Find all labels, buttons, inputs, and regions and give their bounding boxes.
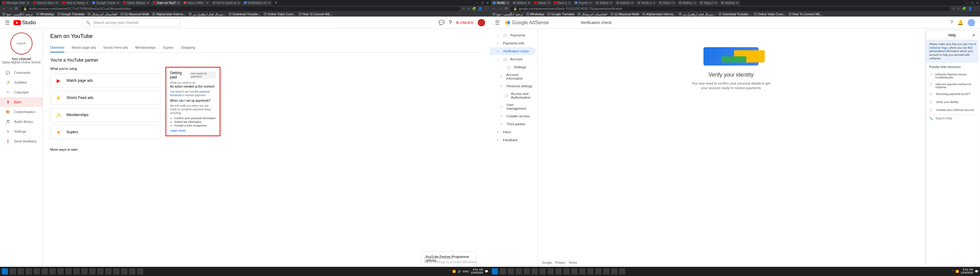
bookmark[interactable]: Download Youtube... <box>719 13 751 16</box>
sidebar-item-user-management[interactable]: ○User management <box>490 101 538 112</box>
using-item[interactable]: ⚡Shorts Feed ads <box>50 91 161 105</box>
app-icon[interactable] <box>571 268 578 274</box>
app-icon[interactable] <box>129 268 135 274</box>
bookmark[interactable]: Google Translate <box>547 13 574 16</box>
account-avatar[interactable] <box>478 19 485 26</box>
tab-shorts-feed-ads[interactable]: Shorts Feed ads <box>103 43 128 53</box>
menu-icon[interactable]: ⋮ <box>974 7 978 11</box>
tray-network-icon[interactable]: 📶 <box>956 270 959 273</box>
tab-close-icon[interactable]: ✕ <box>117 1 119 5</box>
help-article[interactable]: 📄Add your payment method for AdSense <box>926 81 978 91</box>
sidebar-item-verification-check[interactable]: ○Verification check <box>490 47 536 55</box>
reload-button[interactable]: ⟳ <box>15 6 18 11</box>
address-bar[interactable]: 🔒 google.com/adsense/new/u/0/pub-7610310… <box>510 6 950 11</box>
tab-close-icon[interactable]: ✕ <box>672 1 675 5</box>
browser-tab[interactable]: Addres✕ <box>615 1 635 5</box>
app-icon[interactable] <box>49 268 56 274</box>
tab-close-icon[interactable]: ✕ <box>237 1 240 5</box>
help-tip-close-icon[interactable]: ✕ <box>974 42 976 46</box>
browser-tab[interactable]: Get in touch w✕ <box>211 1 242 5</box>
sidebar-item-account[interactable]: -▢Account <box>490 55 538 63</box>
close-icon[interactable]: ✕ <box>976 1 979 5</box>
taskview-icon[interactable] <box>18 268 24 274</box>
search-taskbar-icon[interactable] <box>500 268 506 274</box>
browser-tab[interactable]: Manage chan✕ <box>1 1 31 5</box>
menu-icon[interactable]: ⋮ <box>484 7 488 11</box>
bookmark[interactable]: How To Convert WE... <box>299 13 332 16</box>
app-icon[interactable] <box>57 268 64 274</box>
close-icon[interactable]: ✕ <box>486 1 489 5</box>
profile-icon[interactable]: 👤 <box>968 7 972 11</box>
browser-tab[interactable]: Earn on YouT✕ <box>151 1 181 5</box>
notifications-icon[interactable]: 🔔 <box>957 19 964 26</box>
browser-tab[interactable]: Submi✕ <box>594 1 614 5</box>
tab-memberships[interactable]: Memberships <box>135 43 156 53</box>
start-button[interactable] <box>492 268 498 274</box>
tab-close-icon[interactable]: ✕ <box>652 1 655 5</box>
profile-icon[interactable]: 👤 <box>478 7 482 11</box>
using-item[interactable]: ★Supers <box>50 125 161 139</box>
tab-close-icon[interactable]: ✕ <box>506 1 509 5</box>
back-button[interactable]: ← <box>2 6 6 11</box>
app-icon[interactable] <box>41 268 48 274</box>
app-icon[interactable] <box>34 268 40 274</box>
sidebar-item-settings[interactable]: -▢Settings <box>490 63 538 71</box>
minimize-icon[interactable]: — <box>476 1 479 5</box>
star-icon[interactable]: ☆ <box>467 7 470 11</box>
app-icon[interactable] <box>524 268 530 274</box>
bookmark[interactable]: Online Video Conv... <box>264 13 296 16</box>
tab-close-icon[interactable]: ✕ <box>736 1 738 5</box>
bookmark[interactable]: سریال قیام ارطغرل دیر... <box>189 13 226 16</box>
app-icon[interactable] <box>595 268 601 274</box>
app-icon[interactable] <box>26 268 32 274</box>
forward-button[interactable]: → <box>9 6 12 11</box>
help-icon[interactable]: ? <box>950 20 953 26</box>
app-icon[interactable] <box>531 268 538 274</box>
channel-avatar[interactable]: SABAR <box>10 32 32 54</box>
using-item[interactable]: ✨Memberships <box>50 108 161 122</box>
maximize-icon[interactable]: ▢ <box>481 1 484 5</box>
tray-chevron-icon[interactable]: ˄ <box>449 270 450 273</box>
tab-close-icon[interactable]: ✕ <box>206 1 208 5</box>
browser-tab[interactable]: Steps t✕ <box>698 1 719 5</box>
tab-shopping[interactable]: Shopping <box>181 43 196 53</box>
help-article[interactable]: 📄AdSense Payment Issues Troubleshooter <box>926 71 978 81</box>
app-icon[interactable] <box>539 268 546 274</box>
tab-close-icon[interactable]: ✕ <box>714 1 717 5</box>
app-icon[interactable] <box>121 268 127 274</box>
sidebar-item-audio-library[interactable]: 🎵Audio library <box>0 117 43 126</box>
help-article[interactable]: 📄Receiving payments by EFT <box>926 91 978 99</box>
sidebar-item-subtitles[interactable]: 📝Subtitles <box>0 78 43 87</box>
tray-chevron-icon[interactable]: ˄ <box>952 270 954 273</box>
browser-tab[interactable]: Inbox (248) -✕ <box>182 1 210 5</box>
app-icon[interactable] <box>65 268 72 274</box>
sidebar-item-comments[interactable]: 💬Comments <box>0 68 43 78</box>
sidebar-item-crawler-access[interactable]: ○Crawler access <box>490 112 538 120</box>
browser-tab[interactable]: Sabar✕ <box>533 1 552 5</box>
bookmark[interactable]: افغانستان انترنشنال <box>578 13 607 16</box>
minimize-icon[interactable]: — <box>966 1 969 5</box>
create-button[interactable]: ⊞ CREATE <box>456 21 474 24</box>
hamburger-icon[interactable]: ☰ <box>5 19 10 26</box>
system-clock[interactable]: 8:51 AM 12/4/2023 <box>471 268 483 274</box>
browser-tab[interactable]: Google Transl✕ <box>91 1 121 5</box>
tab-watch-page-ads[interactable]: Watch page ads <box>72 43 96 53</box>
extensions-icon[interactable]: 🧩 <box>472 7 476 11</box>
app-icon[interactable] <box>579 268 585 274</box>
bookmark[interactable]: Download Youtube... <box>229 13 261 16</box>
help-article[interactable]: 📄Activate your AdSense account <box>926 107 978 115</box>
footer-terms[interactable]: Terms <box>568 261 577 264</box>
tray-volume-icon[interactable]: 🔊 <box>458 270 461 273</box>
hamburger-icon[interactable]: ☰ <box>495 19 500 26</box>
app-icon[interactable] <box>547 268 554 274</box>
app-icon[interactable] <box>555 268 562 274</box>
bookmark[interactable]: سریال قیام ارطغرل دیر... <box>679 13 716 16</box>
app-icon[interactable] <box>97 268 103 274</box>
bookmark[interactable]: ترجمه انگلیسی - صح <box>2 13 33 16</box>
browser-tab[interactable]: Sabar Afghan✕ <box>122 1 151 5</box>
search-input[interactable]: 🔍 Search across your channel <box>83 18 180 27</box>
new-tab-button[interactable]: + <box>275 0 277 5</box>
sidebar-item-account-information[interactable]: ○Account information <box>490 71 538 82</box>
bookmark[interactable]: WhatsApp <box>526 13 544 16</box>
bookmark[interactable]: (1) Massoud Malik <box>610 13 640 16</box>
